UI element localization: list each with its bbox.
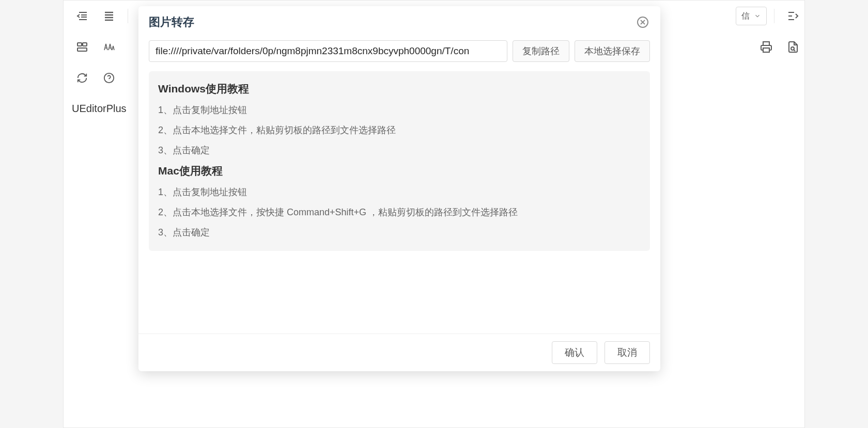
instructions-panel: Windows使用教程 1、点击复制地址按钮 2、点击本地选择文件，粘贴剪切板的…: [149, 71, 650, 251]
mac-step: 1、点击复制地址按钮: [158, 185, 641, 199]
close-icon: [637, 16, 649, 28]
windows-step: 1、点击复制地址按钮: [158, 103, 641, 117]
copy-path-label: 复制路径: [522, 45, 560, 57]
confirm-label: 确认: [565, 347, 584, 358]
windows-step: 3、点击确定: [158, 144, 641, 157]
modal-footer: 确认 取消: [138, 334, 660, 371]
modal-backdrop: 图片转存 复制路径 本地选择保存 Windows使用教程 1、点击复制地址按钮 …: [0, 0, 868, 428]
windows-heading: Windows使用教程: [158, 82, 641, 96]
copy-path-button[interactable]: 复制路径: [513, 40, 569, 62]
modal-spacer: [138, 261, 660, 334]
mac-step: 3、点击确定: [158, 226, 641, 240]
modal-close-button[interactable]: [636, 15, 650, 29]
local-save-label: 本地选择保存: [584, 45, 640, 57]
local-save-button[interactable]: 本地选择保存: [575, 40, 650, 62]
confirm-button[interactable]: 确认: [552, 341, 597, 364]
mac-step: 2、点击本地选择文件，按快捷 Command+Shift+G ，粘贴剪切板的路径…: [158, 205, 641, 219]
modal-title: 图片转存: [149, 14, 194, 30]
path-row: 复制路径 本地选择保存: [149, 40, 650, 62]
file-path-input[interactable]: [149, 40, 507, 62]
modal-body: 复制路径 本地选择保存 Windows使用教程 1、点击复制地址按钮 2、点击本…: [138, 37, 660, 261]
cancel-button[interactable]: 取消: [605, 341, 650, 364]
windows-step: 2、点击本地选择文件，粘贴剪切板的路径到文件选择路径: [158, 123, 641, 137]
mac-heading: Mac使用教程: [158, 164, 641, 178]
image-save-modal: 图片转存 复制路径 本地选择保存 Windows使用教程 1、点击复制地址按钮 …: [138, 6, 660, 371]
cancel-label: 取消: [617, 347, 637, 358]
modal-header: 图片转存: [138, 6, 660, 37]
